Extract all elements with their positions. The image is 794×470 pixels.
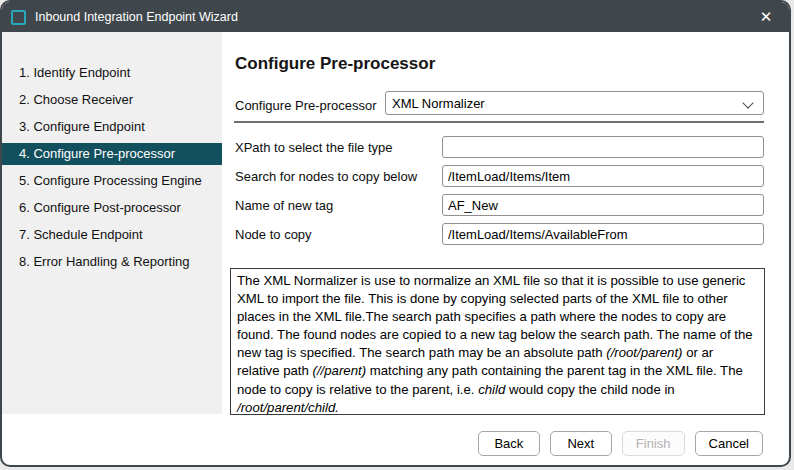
separator <box>234 121 764 123</box>
search-nodes-path-label: Search for nodes to copy below <box>235 169 442 184</box>
app-icon <box>11 10 26 25</box>
fields-grid: XPath to select the file typeSearch for … <box>235 136 764 245</box>
page-title: Configure Pre-processor <box>235 54 435 74</box>
description-box: The XML Normalizer is use to normalize a… <box>230 268 765 415</box>
description-italic-segment: (/root/parent) <box>606 345 682 360</box>
description-text-segment: would copy the child node in <box>505 382 674 397</box>
window-title: Inbound Integration Endpoint Wizard <box>35 10 238 24</box>
new-tag-name-label: Name of new tag <box>235 198 442 213</box>
chevron-down-icon <box>742 97 753 108</box>
sidebar-item-step-3[interactable]: 3. Configure Endpoint <box>2 116 222 138</box>
preprocessor-dropdown-value: XML Normalizer <box>392 96 485 111</box>
wizard-window: Inbound Integration Endpoint Wizard ✕ 1.… <box>0 0 791 467</box>
sidebar-item-step-8[interactable]: 8. Error Handling & Reporting <box>2 251 222 273</box>
sidebar-item-step-1[interactable]: 1. Identify Endpoint <box>2 62 222 84</box>
node-to-copy-label: Node to copy <box>235 227 442 242</box>
description-italic-segment: /root/parent/child. <box>237 400 339 415</box>
titlebar: Inbound Integration Endpoint Wizard ✕ <box>2 2 789 32</box>
cancel-button[interactable]: Cancel <box>695 431 763 456</box>
search-nodes-path-input[interactable] <box>442 165 764 187</box>
next-button[interactable]: Next <box>550 431 612 456</box>
footer-buttons: BackNextFinishCancel <box>478 431 763 456</box>
description-italic-segment: (//parent) <box>313 363 367 378</box>
sidebar-item-step-5[interactable]: 5. Configure Processing Engine <box>2 170 222 192</box>
description-italic-segment: child <box>478 382 505 397</box>
xpath-file-type-label: XPath to select the file type <box>235 140 442 155</box>
preprocessor-dropdown[interactable]: XML Normalizer <box>385 91 764 115</box>
sidebar-item-step-6[interactable]: 6. Configure Post-processor <box>2 197 222 219</box>
finish-button[interactable]: Finish <box>622 431 685 456</box>
new-tag-name-input[interactable] <box>442 194 764 216</box>
close-icon[interactable]: ✕ <box>743 2 789 32</box>
sidebar-item-step-4[interactable]: 4. Configure Pre-processor <box>2 143 222 165</box>
node-to-copy-input[interactable] <box>442 223 764 245</box>
back-button[interactable]: Back <box>478 431 540 456</box>
wizard-steps-sidebar: 1. Identify Endpoint2. Choose Receiver3.… <box>2 32 222 414</box>
sidebar-item-step-2[interactable]: 2. Choose Receiver <box>2 89 222 111</box>
xpath-file-type-input[interactable] <box>442 136 764 158</box>
preprocessor-dropdown-label: Configure Pre-processor <box>235 98 377 113</box>
sidebar-item-step-7[interactable]: 7. Schedule Endpoint <box>2 224 222 246</box>
